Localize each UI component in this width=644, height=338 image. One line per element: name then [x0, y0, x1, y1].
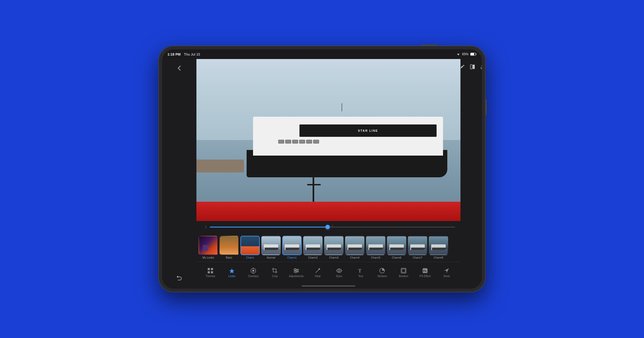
photo-canvas: STAR LINE	[196, 59, 460, 221]
foreground-crossbar	[307, 184, 321, 185]
crop-icon	[272, 268, 278, 274]
svg-text:T: T	[358, 268, 361, 274]
toolbar-item-eyes[interactable]: Eyes	[328, 266, 350, 280]
overlays-icon	[250, 268, 256, 274]
mini-boat	[410, 244, 425, 250]
toolbar-item-text[interactable]: T Text	[350, 266, 371, 280]
mini-boat	[306, 244, 320, 250]
filter-item-charm7[interactable]: Charm7	[408, 236, 427, 259]
boat-flag	[342, 103, 342, 111]
toolbar-label-borders: Borders	[399, 275, 408, 278]
mini-hull	[390, 248, 404, 250]
toolbar-item-themes[interactable]: Themes	[200, 266, 221, 280]
svg-text:Ps: Ps	[423, 270, 427, 273]
photo-area: STAR LINE	[196, 59, 460, 221]
filter-label-charm8: Charm8	[434, 256, 443, 259]
svg-point-16	[295, 271, 297, 273]
mini-hull	[286, 248, 299, 250]
status-right: 65%	[456, 52, 477, 56]
toolbar-item-send[interactable]: Send	[436, 266, 457, 280]
boat-window	[313, 140, 319, 144]
svg-rect-4	[211, 268, 213, 270]
filter-thumb-charm6	[387, 236, 406, 255]
mini-hull	[369, 248, 383, 250]
filter-thumb-charm4	[345, 236, 364, 255]
toolbar-item-adjustments[interactable]: Adjustments	[286, 266, 307, 280]
svg-rect-2	[471, 53, 474, 55]
slider-thumb[interactable]	[325, 225, 330, 229]
left-sidebar	[162, 59, 196, 289]
mini-water	[262, 249, 280, 254]
filter-thumb-charm5	[366, 236, 385, 255]
mini-boat	[347, 244, 362, 250]
filter-item-my-looks[interactable]: My Looks	[199, 236, 218, 259]
filter-label-charm5: Charm5	[371, 256, 380, 259]
mini-hull	[411, 248, 425, 250]
filter-thumb-charm1	[282, 236, 302, 255]
toolbar-label-overlays: Overlays	[248, 275, 258, 278]
toolbar-label-looks: Looks	[228, 275, 236, 278]
filter-thumb-charm8	[429, 236, 448, 255]
send-icon	[444, 268, 449, 274]
filter-item-charm[interactable]: Charm	[240, 236, 260, 259]
power-button[interactable]	[421, 45, 437, 46]
mini-boat	[327, 244, 341, 250]
mini-water	[367, 249, 385, 254]
volume-button[interactable]	[486, 99, 487, 115]
filter-item-charm6[interactable]: Charm6	[387, 236, 406, 259]
toolbar-item-crop[interactable]: Crop	[264, 266, 286, 280]
back-button[interactable]	[174, 63, 184, 73]
eyes-icon	[336, 268, 342, 274]
filter-item-charm3[interactable]: Charm3	[324, 236, 343, 259]
battery-icon	[470, 53, 477, 56]
svg-rect-6	[211, 271, 213, 273]
toolbar-label-send: Send	[443, 275, 449, 278]
mini-water	[429, 249, 448, 254]
mini-boat	[389, 244, 404, 250]
filter-item-charm2[interactable]: Charm2	[303, 236, 323, 259]
borders-icon	[401, 268, 407, 274]
toolbar-item-heal[interactable]: Heal	[307, 266, 328, 280]
svg-rect-24	[470, 65, 472, 69]
filter-slider[interactable]	[210, 227, 455, 227]
filter-item-basic[interactable]: Basic	[219, 236, 239, 259]
red-boat-bottom	[196, 202, 460, 221]
toolbar-label-adjustments: Adjustments	[289, 275, 303, 278]
share-button[interactable]	[479, 63, 482, 70]
toolbar-item-stickers[interactable]: Stickers	[371, 266, 393, 280]
undo-button[interactable]	[174, 273, 185, 283]
filter-label-normal: Normal	[267, 256, 275, 259]
svg-point-10	[253, 273, 254, 274]
tablet-screen: 1:18 PM Thu Jul 15 65%	[162, 49, 482, 289]
toolbar-label-stickers: Stickers	[377, 275, 387, 278]
filter-item-charm4[interactable]: Charm4	[345, 236, 364, 259]
toolbar-item-borders[interactable]: Borders	[393, 266, 414, 280]
filter-item-normal[interactable]: Normal	[261, 236, 281, 259]
filter-label-charm6: Charm6	[392, 256, 401, 259]
slider-fill	[210, 227, 328, 227]
mini-boat	[368, 244, 383, 250]
boat-window	[292, 140, 298, 144]
filter-thumb-charm2	[303, 236, 323, 255]
svg-rect-21	[402, 269, 405, 272]
mini-hull	[327, 248, 341, 250]
toolbar-item-pseffect[interactable]: Ps PS Effect	[414, 266, 436, 280]
tablet-device: 1:18 PM Thu Jul 15 65%	[158, 46, 486, 292]
filter-strip: My Looks Basic	[196, 233, 460, 262]
toolbar-item-overlays[interactable]: Overlays	[243, 266, 264, 280]
boat-text: STAR LINE	[299, 124, 437, 137]
app-container: STAR LINE	[162, 59, 482, 289]
filter-label-charm3: Charm3	[329, 256, 339, 259]
filter-item-charm5[interactable]: Charm5	[366, 236, 385, 259]
filter-thumb-normal	[261, 236, 281, 255]
filter-thumb-charm	[240, 236, 260, 255]
svg-rect-25	[473, 65, 475, 69]
svg-rect-1	[476, 54, 476, 55]
filter-item-charm1[interactable]: Charm1	[282, 236, 302, 259]
adjustments-icon	[293, 268, 299, 274]
toolbar-label-text: Text	[358, 275, 363, 278]
toolbar-item-looks[interactable]: Looks	[221, 266, 243, 280]
filter-item-charm8[interactable]: Charm8	[429, 236, 448, 259]
compare-button[interactable]	[469, 63, 476, 70]
svg-point-14	[294, 269, 296, 270]
